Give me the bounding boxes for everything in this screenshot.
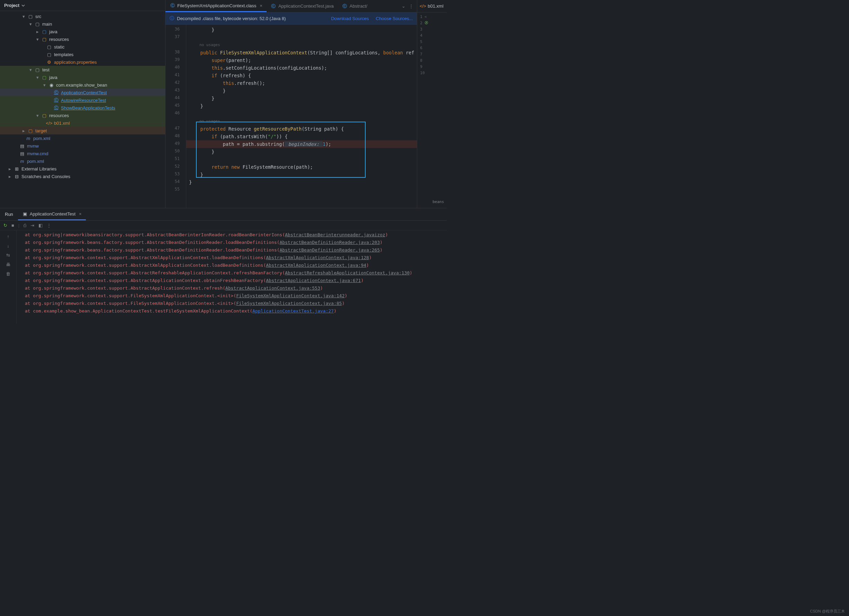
tab-label: b01.xml — [427, 3, 444, 9]
decompile-banner: ⓘ Decompiled .class file, bytecode versi… — [165, 12, 417, 25]
gutter[interactable]: 36 37 38 39 40 41 42 43 44 45 46 47 48 4… — [165, 25, 186, 208]
tree-item-application-context-test[interactable]: ⒸApplicationContextTest — [0, 89, 165, 96]
beans-label: beans — [432, 199, 444, 205]
run-panel-title[interactable]: Run — [0, 212, 18, 217]
overview-ruler[interactable]: 1< 2⦿ 3 4 5 6 7 8 9 10 beans — [417, 12, 447, 208]
tree-item-target[interactable]: ▸▢target — [0, 127, 165, 134]
code-content[interactable]: } no usages public FileSystemXmlApplicat… — [186, 25, 417, 208]
tree-item-src[interactable]: ▾▢src — [0, 12, 165, 20]
tab-abstract[interactable]: Ⓒ Abstract/ — [338, 0, 371, 12]
right-tab[interactable]: </> b01.xml — [417, 0, 447, 12]
tree-item-templates[interactable]: ▢templates — [0, 51, 165, 58]
run-panel: Run ▣ ApplicationContextTest × ↻ ■ | ⎙ ⇥… — [0, 208, 447, 324]
tree-item-test[interactable]: ▾▢test — [0, 66, 165, 73]
right-editor-strip: </> b01.xml 1< 2⦿ 3 4 5 6 7 8 9 10 beans — [417, 0, 447, 208]
tab-label: ApplicationContextTest.java — [279, 3, 334, 9]
project-header[interactable]: Project — [0, 0, 165, 11]
project-tree[interactable]: ▾▢src ▾▢main ▸▢java ▾▢resources ▢static … — [0, 11, 165, 208]
tree-item-show-bean-tests[interactable]: ⒸShowBeanApplicationTests — [0, 104, 165, 112]
editor-area: Ⓒ FileSystemXmlApplicationContext.class … — [165, 0, 417, 208]
print-icon[interactable]: 🖶 — [6, 262, 10, 267]
up-icon[interactable]: ↑ — [7, 234, 9, 239]
stop-icon[interactable]: ■ — [12, 223, 14, 228]
tab-label: Abstract/ — [350, 3, 367, 9]
tab-label: FileSystemXmlApplicationContext.class — [177, 3, 256, 8]
usages-hint[interactable]: no usages — [186, 118, 417, 125]
tree-item-mvnw[interactable]: ▤mvnw — [0, 142, 165, 150]
tree-item-pom-xml[interactable]: mpom.xml — [0, 134, 165, 142]
run-tab-label: ApplicationContextTest — [30, 211, 76, 216]
download-sources-link[interactable]: Download Sources — [331, 16, 369, 21]
run-icon: ▣ — [22, 211, 28, 216]
editor-tab-bar: Ⓒ FileSystemXmlApplicationContext.class … — [165, 0, 417, 12]
rerun-icon[interactable]: ↻ — [3, 223, 7, 228]
project-panel: Project ▾▢src ▾▢main ▸▢java ▾▢resources … — [0, 0, 165, 208]
tab-filesystem-class[interactable]: Ⓒ FileSystemXmlApplicationContext.class … — [165, 0, 267, 12]
tree-item-static[interactable]: ▢static — [0, 43, 165, 51]
code-editor[interactable]: 36 37 38 39 40 41 42 43 44 45 46 47 48 4… — [165, 25, 417, 208]
tree-item-java[interactable]: ▸▢java — [0, 28, 165, 35]
wrap-icon[interactable]: ⇆ — [6, 252, 10, 258]
tree-item-test-resources[interactable]: ▾▢resources — [0, 112, 165, 119]
tree-item-app-props[interactable]: ⚙application.properties — [0, 58, 165, 66]
console-output[interactable]: at org.spring|rameworkibeansiractory.sup… — [16, 230, 447, 324]
tree-item-external-libraries[interactable]: ▸⊞External Libraries — [0, 165, 165, 173]
layout-icon[interactable]: ◧ — [39, 223, 43, 228]
more-icon[interactable]: ⋮ — [409, 3, 413, 9]
tree-item-scratches[interactable]: ▸⊟Scratches and Consoles — [0, 173, 165, 180]
trash-icon[interactable]: 🗑 — [6, 271, 10, 276]
tree-item-b01-xml[interactable]: </>b01.xml — [0, 119, 165, 127]
run-config-tab[interactable]: ▣ ApplicationContextTest × — [18, 208, 86, 220]
run-side-toolbar: ↑ ↓ ⇆ 🖶 🗑 — [0, 230, 16, 324]
tree-item-test-pkg[interactable]: ▾◉com.example.show_bean — [0, 81, 165, 89]
banner-text: Decompiled .class file, bytecode version… — [177, 16, 324, 21]
tree-item-mvnw-cmd[interactable]: ▤mvnw.cmd — [0, 150, 165, 157]
info-icon: ⓘ — [170, 15, 174, 21]
chevron-down-icon[interactable]: ⌄ — [402, 3, 405, 9]
class-icon: Ⓒ — [342, 3, 348, 9]
close-icon[interactable]: × — [260, 3, 262, 8]
more-icon[interactable]: ⋮ — [47, 223, 51, 228]
usages-hint[interactable]: no usages — [186, 41, 417, 49]
tab-appcontext-test[interactable]: Ⓒ ApplicationContextTest.java — [267, 0, 338, 12]
xml-icon: </> — [420, 3, 426, 9]
chevron-down-icon — [21, 4, 25, 7]
project-title: Project — [4, 3, 19, 8]
tree-item-resources[interactable]: ▾▢resources — [0, 35, 165, 43]
down-icon[interactable]: ↓ — [7, 243, 9, 248]
tree-item-main[interactable]: ▾▢main — [0, 20, 165, 28]
close-icon[interactable]: × — [79, 211, 82, 216]
tree-item-pom-xml2[interactable]: mpom.xml — [0, 157, 165, 165]
tree-item-test-java[interactable]: ▾▢java — [0, 73, 165, 81]
camera-icon[interactable]: ⎙ — [24, 223, 26, 228]
exit-icon[interactable]: ⇥ — [30, 223, 34, 228]
choose-sources-link[interactable]: Choose Sources... — [376, 16, 413, 21]
run-tabs: Run ▣ ApplicationContextTest × — [0, 208, 447, 221]
run-toolbar: ↻ ■ | ⎙ ⇥ ◧ ⋮ — [0, 221, 447, 230]
tree-item-autowire-resource-test[interactable]: ⒸAutowireResourceTest — [0, 96, 165, 104]
class-icon: Ⓒ — [170, 3, 175, 8]
class-icon: Ⓒ — [271, 3, 276, 9]
